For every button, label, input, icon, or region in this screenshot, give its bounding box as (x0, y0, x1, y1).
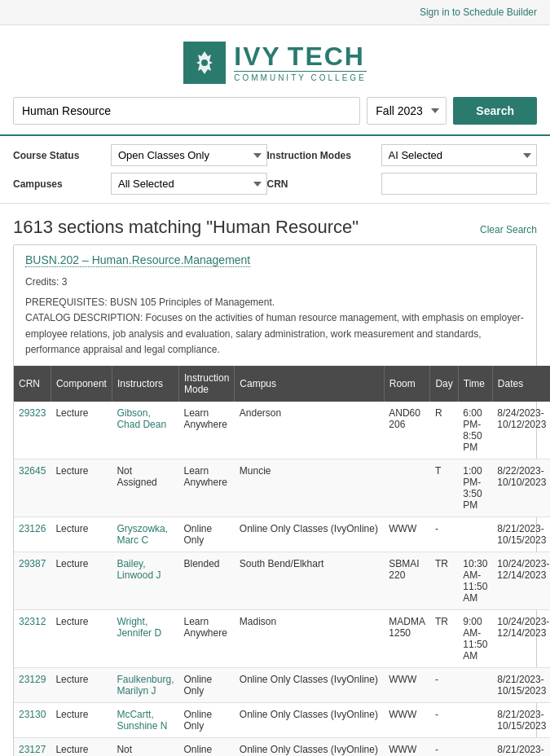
crn-link[interactable]: 23126 (19, 523, 46, 534)
instructor-link[interactable]: Wright, Jennifer D (117, 616, 161, 639)
cell-instructors: Bailey, Linwood J (112, 552, 178, 609)
cell-time: 10:30 AM- 11:50 AM (458, 552, 492, 609)
cell-component: Lecture (51, 516, 112, 552)
course-meta: Credits: 3 PREREQUISITES: BUSN 105 Princ… (14, 275, 536, 366)
logo-icon (183, 42, 226, 84)
cell-day: - (430, 702, 458, 737)
cell-room: AND60 206 (384, 402, 430, 459)
instructor-link[interactable]: Faulkenburg, Marilyn J (117, 674, 174, 697)
course-title-link[interactable]: BUSN.202 – Human.Resource.Management (25, 253, 250, 267)
cell-instructors: Gibson, Chad Dean (112, 402, 178, 459)
crn-link[interactable]: 23127 (19, 744, 46, 755)
cell-campus: Anderson (235, 402, 384, 459)
cell-component: Lecture (51, 667, 112, 702)
ivy-logo-svg (190, 48, 219, 77)
th-instruction-mode: Instruction Mode (178, 366, 234, 402)
clear-search-link[interactable]: Clear Search (480, 224, 537, 235)
crn-link[interactable]: 32645 (19, 465, 46, 477)
table-header: CRN Component Instructors Instruction Mo… (14, 366, 550, 402)
table-body: 29323 Lecture Gibson, Chad Dean Learn An… (14, 402, 550, 756)
th-instructors: Instructors (112, 366, 178, 402)
cell-day: TR (430, 609, 458, 667)
cell-room: MADMA 1250 (384, 609, 430, 667)
cell-component: Lecture (51, 552, 112, 609)
cell-crn: 32645 (14, 459, 51, 516)
cell-time (458, 516, 492, 552)
cell-dates: 8/22/2023- 10/10/2023 (492, 459, 550, 516)
cell-component: Lecture (51, 459, 112, 516)
instructor-link[interactable]: Gibson, Chad Dean (117, 407, 166, 430)
cell-component: Lecture (51, 402, 112, 459)
table-row: 23130 Lecture McCartt, Sunshine N Online… (14, 702, 550, 737)
th-campus: Campus (235, 366, 384, 402)
cell-instructors: Faulkenburg, Marilyn J (112, 667, 178, 702)
cell-crn: 29387 (14, 552, 51, 609)
cell-time (458, 737, 492, 756)
table-row: 23127 Lecture Not Assigned Online Only O… (14, 737, 550, 756)
cell-campus: Online Only Classes (IvyOnline) (235, 667, 384, 702)
cell-campus: Online Only Classes (IvyOnline) (235, 702, 384, 737)
course-catalog-desc: CATALOG DESCRIPTION: Focuses on the acti… (25, 310, 525, 358)
top-bar: Sign in to Schedule Builder (0, 0, 550, 25)
semester-select[interactable]: Fall 2023 (367, 97, 447, 125)
search-row: Fall 2023 Search (0, 97, 550, 134)
cell-campus: Online Only Classes (IvyOnline) (235, 516, 384, 552)
cell-day: - (430, 737, 458, 756)
cell-component: Lecture (51, 702, 112, 737)
table-row: 23126 Lecture Gryszowka, Marc C Online O… (14, 516, 550, 552)
th-crn: CRN (14, 366, 51, 402)
cell-dates: 8/24/2023- 10/12/2023 (492, 402, 550, 459)
logo-sub: COMMUNITY COLLEGE (234, 71, 367, 82)
crn-link[interactable]: 29323 (19, 407, 46, 419)
crn-input[interactable] (381, 173, 538, 195)
cell-campus: Muncie (235, 459, 384, 516)
cell-instruction-mode: Learn Anywhere (178, 402, 234, 459)
cell-room: WWW (384, 737, 430, 756)
logo-area: IVY TECH COMMUNITY COLLEGE (0, 25, 550, 97)
cell-crn: 23129 (14, 667, 51, 702)
table-row: 32645 Lecture Not Assigned Learn Anywher… (14, 459, 550, 516)
cell-instructors: Not Assigned (112, 737, 178, 756)
th-day: Day (430, 366, 458, 402)
cell-component: Lecture (51, 737, 112, 756)
table-row: 29387 Lecture Bailey, Linwood J Blended … (14, 552, 550, 609)
instructor-link[interactable]: Bailey, Linwood J (117, 558, 161, 581)
crn-link[interactable]: 23129 (19, 674, 46, 685)
search-keyword-input[interactable] (13, 97, 360, 125)
filters-row: Course Status Open Classes Only Instruct… (0, 134, 550, 204)
campuses-select[interactable]: All Selected (111, 173, 267, 195)
cell-time (458, 667, 492, 702)
instruction-modes-label: Instruction Modes (267, 150, 381, 161)
cell-room: WWW (384, 702, 430, 737)
course-status-select[interactable]: Open Classes Only (111, 144, 267, 166)
instructor-link[interactable]: Gryszowka, Marc C (117, 523, 168, 546)
cell-instruction-mode: Online Only (178, 516, 234, 552)
signin-link[interactable]: Sign in to Schedule Builder (420, 7, 537, 18)
cell-instruction-mode: Online Only (178, 737, 234, 756)
instruction-modes-select[interactable]: AI Selected (381, 144, 538, 166)
crn-link[interactable]: 23130 (19, 709, 46, 720)
cell-day: TR (430, 552, 458, 609)
cell-day: R (430, 402, 458, 459)
svg-point-0 (201, 59, 208, 66)
th-room: Room (384, 366, 430, 402)
table-row: 32312 Lecture Wright, Jennifer D Learn A… (14, 609, 550, 667)
cell-crn: 29323 (14, 402, 51, 459)
cell-room: WWW (384, 516, 430, 552)
cell-campus: Online Only Classes (IvyOnline) (235, 737, 384, 756)
search-button[interactable]: Search (453, 97, 537, 125)
crn-link[interactable]: 32312 (19, 616, 46, 627)
sections-table: CRN Component Instructors Instruction Mo… (14, 366, 550, 756)
course-status-label: Course Status (13, 150, 111, 161)
cell-dates: 10/24/2023- 12/14/2023 (492, 609, 550, 667)
crn-link[interactable]: 29387 (19, 558, 46, 569)
cell-instruction-mode: Online Only (178, 702, 234, 737)
cell-instructors: Gryszowka, Marc C (112, 516, 178, 552)
cell-campus: Madison (235, 609, 384, 667)
cell-day: - (430, 516, 458, 552)
cell-room: SBMAI 220 (384, 552, 430, 609)
cell-crn: 23127 (14, 737, 51, 756)
instructor-link[interactable]: McCartt, Sunshine N (117, 709, 167, 732)
cell-component: Lecture (51, 609, 112, 667)
cell-crn: 32312 (14, 609, 51, 667)
